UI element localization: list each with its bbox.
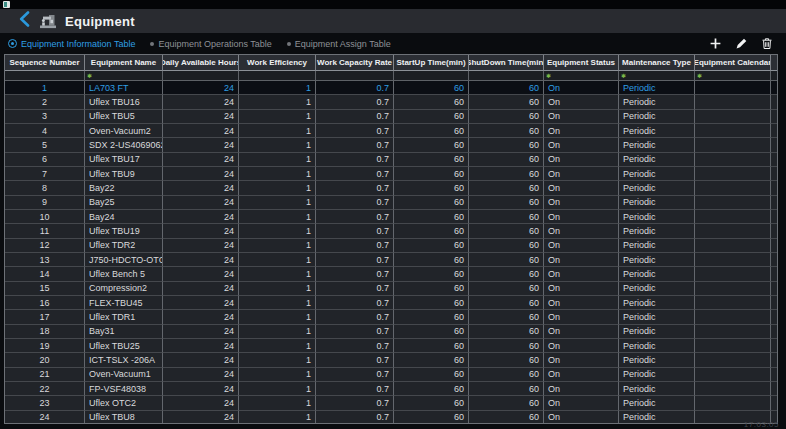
filter-cell-equipment-name[interactable]: ✱ — [85, 71, 163, 81]
column-header-daily-available-hours[interactable]: Daily Available Hours — [163, 55, 239, 71]
table-row[interactable]: 14Uflex Bench 52410.76060OnPeriodic — [5, 267, 777, 281]
table-row[interactable]: 23Uflex OTC22410.76060OnPeriodic — [5, 396, 777, 410]
appbar: Equipment — [0, 9, 786, 33]
filter-cell-work-efficiency[interactable] — [239, 71, 316, 81]
table-row[interactable]: 3Uflex TBU52410.76060OnPeriodic — [5, 110, 777, 124]
cell-work_capacity_rate: 0.7 — [316, 368, 394, 382]
cell-work_capacity_rate: 0.7 — [316, 196, 394, 210]
cell-work_efficiency: 1 — [239, 411, 316, 423]
cell-equipment_calendar — [695, 253, 771, 267]
cell-maintenance_type: Periodic — [619, 368, 695, 382]
cell-equipment_calendar — [695, 224, 771, 238]
cell-daily_available_hours: 24 — [163, 353, 239, 367]
cell-daily_available_hours: 24 — [163, 138, 239, 152]
cell-maintenance_type: Periodic — [619, 310, 695, 324]
cell-seq: 23 — [5, 396, 85, 410]
cell-equipment_calendar — [695, 210, 771, 224]
table-row[interactable]: 8Bay222410.76060OnPeriodic — [5, 181, 777, 195]
cell-startup_time_min: 60 — [394, 353, 469, 367]
cell-shutdown_time_min: 60 — [469, 124, 544, 138]
cell-shutdown_time_min: 60 — [469, 396, 544, 410]
column-header-startup-time-min[interactable]: StartUp Time(min) — [394, 55, 469, 71]
table-row[interactable]: 1LA703 FT2410.76060OnPeriodic — [5, 81, 777, 95]
filler-cell — [771, 396, 777, 410]
column-header-equipment-status[interactable]: Equipment Status — [544, 55, 619, 71]
cell-maintenance_type: Periodic — [619, 95, 695, 109]
filter-cell-shutdown-time-min[interactable] — [469, 71, 544, 81]
cell-daily_available_hours: 24 — [163, 310, 239, 324]
cell-daily_available_hours: 24 — [163, 253, 239, 267]
tab-equipment-assign-table[interactable]: Equipment Assign Table — [287, 39, 391, 49]
table-row[interactable]: 12Uflex TDR22410.76060OnPeriodic — [5, 239, 777, 253]
column-header-work-capacity-rate[interactable]: Work Capacity Rate — [316, 55, 394, 71]
table-row[interactable]: 11Uflex TBU192410.76060OnPeriodic — [5, 224, 777, 238]
cell-work_efficiency: 1 — [239, 325, 316, 339]
cell-work_capacity_rate: 0.7 — [316, 282, 394, 296]
cell-seq: 22 — [5, 382, 85, 396]
column-header-equipment-name[interactable]: Equipment Name — [85, 55, 163, 71]
filter-cell-maintenance-type[interactable]: ✱ — [619, 71, 695, 81]
cell-startup_time_min: 60 — [394, 411, 469, 423]
table-row[interactable]: 19Uflex TBU252410.76060OnPeriodic — [5, 339, 777, 353]
column-header-maintenance-type[interactable]: Maintenance Type — [619, 55, 695, 71]
filter-cell-equipment-calendar[interactable]: ✱ — [695, 71, 771, 81]
cell-equipment_status: On — [544, 368, 619, 382]
column-header-work-efficiency[interactable]: Work Efficiency — [239, 55, 316, 71]
tab-equipment-information-table[interactable]: Equipment Information Table — [8, 39, 135, 49]
add-button[interactable] — [710, 35, 721, 53]
cell-equipment_calendar — [695, 239, 771, 253]
filter-cell-daily-available-hours[interactable] — [163, 71, 239, 81]
column-header-shutdown-time-min[interactable]: ShutDown Time(min) — [469, 55, 544, 71]
table-row[interactable]: 10Bay242410.76060OnPeriodic — [5, 210, 777, 224]
table-row[interactable]: 9Bay252410.76060OnPeriodic — [5, 196, 777, 210]
cell-daily_available_hours: 24 — [163, 167, 239, 181]
filter-cell-startup-time-min[interactable] — [394, 71, 469, 81]
cell-startup_time_min: 60 — [394, 95, 469, 109]
filter-cell-equipment-status[interactable]: ✱ — [544, 71, 619, 81]
cell-work_capacity_rate: 0.7 — [316, 167, 394, 181]
cell-maintenance_type: Periodic — [619, 196, 695, 210]
filter-cell-work-capacity-rate[interactable] — [316, 71, 394, 81]
table-row[interactable]: 21Oven-Vacuum12410.76060OnPeriodic — [5, 368, 777, 382]
delete-button[interactable] — [762, 35, 772, 53]
cell-maintenance_type: Periodic — [619, 153, 695, 167]
table-row[interactable]: 18Bay312410.76060OnPeriodic — [5, 325, 777, 339]
cell-shutdown_time_min: 60 — [469, 282, 544, 296]
cell-startup_time_min: 60 — [394, 124, 469, 138]
column-header-sequence-number[interactable]: Sequence Number — [5, 55, 85, 71]
table-row[interactable]: 24Uflex TBU82410.76060OnPeriodic — [5, 411, 777, 423]
filter-cell-sequence-number[interactable] — [5, 71, 85, 81]
edit-button[interactable] — [736, 35, 747, 53]
cell-startup_time_min: 60 — [394, 224, 469, 238]
cell-name: Oven-Vacuum2 — [85, 124, 163, 138]
cell-work_efficiency: 1 — [239, 167, 316, 181]
grid-filter-row: ✱✱✱✱ — [5, 71, 777, 81]
tab-equipment-operations-table[interactable]: Equipment Operations Table — [150, 39, 271, 49]
back-button[interactable] — [18, 11, 30, 31]
cell-work_capacity_rate: 0.7 — [316, 310, 394, 324]
cell-work_efficiency: 1 — [239, 267, 316, 281]
cell-name: Uflex OTC2 — [85, 396, 163, 410]
table-row[interactable]: 13J750-HDCTO-OTC2410.76060OnPeriodic — [5, 253, 777, 267]
cell-name: Uflex TDR2 — [85, 239, 163, 253]
cell-equipment_status: On — [544, 382, 619, 396]
table-row[interactable]: 4Oven-Vacuum22410.76060OnPeriodic — [5, 124, 777, 138]
cell-maintenance_type: Periodic — [619, 110, 695, 124]
table-row[interactable]: 15Compression22410.76060OnPeriodic — [5, 282, 777, 296]
table-row[interactable]: 2Uflex TBU162410.76060OnPeriodic — [5, 95, 777, 109]
bullet-icon — [150, 42, 154, 46]
table-row[interactable]: 16FLEX-TBU452410.76060OnPeriodic — [5, 296, 777, 310]
table-row[interactable]: 22FP-VSF480382410.76060OnPeriodic — [5, 382, 777, 396]
table-row[interactable]: 6Uflex TBU172410.76060OnPeriodic — [5, 153, 777, 167]
table-row[interactable]: 17Uflex TDR12410.76060OnPeriodic — [5, 310, 777, 324]
filler-cell — [771, 296, 777, 310]
table-row[interactable]: 20ICT-TSLX -206A2410.76060OnPeriodic — [5, 353, 777, 367]
table-row[interactable]: 5SDX 2-US406906262410.76060OnPeriodic — [5, 138, 777, 152]
radio-selected-icon — [8, 39, 17, 48]
cell-seq: 24 — [5, 411, 85, 423]
cell-equipment_status: On — [544, 95, 619, 109]
table-row[interactable]: 7Uflex TBU92410.76060OnPeriodic — [5, 167, 777, 181]
column-header-equipment-calendar[interactable]: Equipment Calendar — [695, 55, 771, 71]
cell-shutdown_time_min: 60 — [469, 138, 544, 152]
cell-work_capacity_rate: 0.7 — [316, 81, 394, 95]
